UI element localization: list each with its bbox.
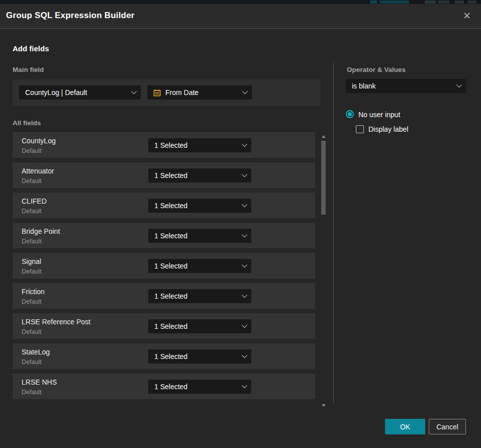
field-select-dropdown[interactable]: From Date — [147, 85, 252, 100]
obscured-toolbar-icon — [438, 1, 449, 4]
obscured-teal-text — [380, 1, 409, 4]
field-selection-dropdown[interactable]: 1 Selected — [148, 229, 251, 243]
field-selection-dropdown[interactable]: 1 Selected — [148, 319, 251, 333]
field-name: Attenuator — [22, 167, 54, 175]
field-row: CountyLog Default 1 Selected — [13, 132, 315, 158]
field-row: LRSE Reference Post Default 1 Selected — [13, 313, 315, 339]
close-icon: ✕ — [463, 10, 471, 22]
field-subtitle: Default — [22, 268, 42, 275]
field-name: LRSE NHS — [22, 378, 57, 386]
field-selection-value: 1 Selected — [154, 262, 187, 270]
field-selection-value: 1 Selected — [154, 232, 187, 240]
display-label-checkbox[interactable] — [356, 125, 364, 133]
field-selection-dropdown[interactable]: 1 Selected — [148, 199, 251, 213]
chevron-down-icon — [242, 262, 247, 267]
scrollbar-thumb[interactable] — [321, 141, 326, 215]
chevron-down-icon — [242, 383, 247, 388]
field-selection-value: 1 Selected — [154, 352, 187, 361]
field-name: Friction — [22, 288, 45, 296]
field-selection-value: 1 Selected — [154, 171, 187, 180]
chevron-down-icon — [242, 202, 247, 207]
ok-button[interactable]: OK — [385, 419, 425, 434]
field-row: LRSE NHS Default 1 Selected — [13, 374, 315, 399]
calendar-icon — [153, 89, 161, 97]
screen: Group SQL Expression Builder ✕ Add field… — [0, 0, 481, 448]
field-selection-dropdown[interactable]: 1 Selected — [148, 349, 251, 364]
field-selection-value: 1 Selected — [154, 383, 187, 391]
obscured-toolbar-icon — [425, 1, 436, 4]
chevron-down-icon — [242, 292, 247, 298]
field-subtitle: Default — [22, 147, 42, 154]
no-user-input-label: No user input — [358, 111, 400, 119]
obscured-app-background — [0, 0, 481, 4]
operator-dropdown[interactable]: is blank — [346, 79, 466, 93]
field-subtitle: Default — [22, 298, 42, 305]
field-subtitle: Default — [22, 208, 42, 215]
operator-value: is blank — [352, 82, 375, 90]
main-field-panel: CountyLog | Default From Date — [13, 79, 321, 106]
field-name: CountyLog — [22, 137, 56, 145]
field-row: StateLog Default 1 Selected — [13, 343, 315, 369]
field-row: CLIFED Default 1 Selected — [13, 193, 315, 218]
dialog-title: Group SQL Expression Builder — [6, 11, 135, 21]
field-selection-value: 1 Selected — [154, 322, 187, 330]
field-selection-dropdown[interactable]: 1 Selected — [148, 289, 251, 303]
field-name: CLIFED — [22, 197, 47, 205]
chevron-down-icon — [242, 352, 247, 358]
operator-values-label: Operator & Values — [347, 66, 406, 73]
field-selection-dropdown[interactable]: 1 Selected — [148, 168, 251, 183]
obscured-teal-icon — [370, 1, 377, 4]
field-subtitle: Default — [22, 177, 42, 185]
group-sql-expression-builder-dialog: Group SQL Expression Builder ✕ Add field… — [0, 4, 481, 448]
all-fields-list: CountyLog Default 1 Selected Attenuator … — [13, 132, 315, 400]
cancel-button[interactable]: Cancel — [429, 419, 466, 434]
field-subtitle: Default — [22, 389, 42, 396]
obscured-toolbar-icon — [467, 1, 476, 4]
all-fields-label: All fields — [13, 119, 41, 127]
display-label-text: Display label — [368, 125, 408, 133]
obscured-toolbar-icon — [455, 1, 464, 4]
dialog-titlebar: Group SQL Expression Builder ✕ — [0, 4, 481, 29]
field-subtitle: Default — [22, 238, 42, 245]
field-subtitle: Default — [22, 359, 42, 366]
field-name: Signal — [22, 257, 41, 265]
scrollbar-down-arrow-icon[interactable] — [322, 404, 326, 407]
field-selection-value: 1 Selected — [154, 292, 187, 300]
no-user-input-radio[interactable] — [346, 110, 354, 118]
list-scrollbar[interactable] — [321, 132, 327, 409]
ok-button-label: OK — [400, 423, 410, 431]
field-select-value: From Date — [165, 88, 199, 97]
chevron-down-icon — [242, 171, 247, 177]
chevron-down-icon — [242, 322, 247, 328]
field-row: Signal Default 1 Selected — [13, 253, 315, 279]
field-name: LRSE Reference Post — [22, 318, 90, 326]
field-subtitle: Default — [22, 328, 42, 335]
field-row: Friction Default 1 Selected — [13, 283, 315, 309]
chevron-down-icon — [242, 88, 248, 94]
add-fields-heading: Add fields — [13, 44, 49, 53]
radio-selected-dot — [348, 112, 352, 116]
chevron-down-icon — [131, 88, 137, 94]
scrollbar-up-arrow-icon[interactable] — [322, 135, 326, 138]
cancel-button-label: Cancel — [436, 423, 458, 431]
field-row: Attenuator Default 1 Selected — [13, 162, 315, 188]
layer-select-dropdown[interactable]: CountyLog | Default — [19, 85, 141, 100]
chevron-down-icon — [242, 232, 247, 237]
close-button[interactable]: ✕ — [460, 9, 474, 23]
field-row: Bridge Point Default 1 Selected — [13, 223, 315, 248]
field-selection-value: 1 Selected — [154, 202, 187, 210]
chevron-down-icon — [242, 141, 247, 147]
field-name: StateLog — [22, 348, 50, 356]
main-field-label: Main field — [13, 66, 44, 73]
field-selection-value: 1 Selected — [154, 141, 187, 149]
field-selection-dropdown[interactable]: 1 Selected — [148, 380, 251, 394]
field-selection-dropdown[interactable]: 1 Selected — [148, 138, 251, 152]
chevron-down-icon — [456, 82, 462, 87]
field-name: Bridge Point — [22, 227, 60, 235]
layer-select-value: CountyLog | Default — [25, 88, 87, 97]
panel-divider — [333, 62, 334, 404]
field-selection-dropdown[interactable]: 1 Selected — [148, 259, 251, 273]
